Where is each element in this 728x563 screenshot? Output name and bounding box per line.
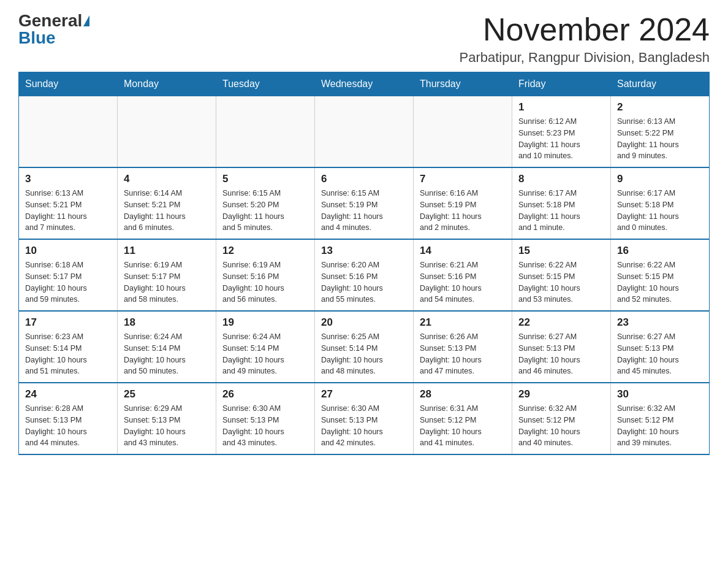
- day-info: Sunrise: 6:24 AM Sunset: 5:14 PM Dayligh…: [222, 331, 308, 377]
- day-number: 9: [617, 173, 703, 185]
- logo-triangle-icon: [83, 15, 89, 26]
- day-number: 14: [420, 245, 506, 257]
- day-cell: 17Sunrise: 6:23 AM Sunset: 5:14 PM Dayli…: [19, 311, 118, 383]
- day-number: 26: [222, 388, 308, 400]
- day-number: 20: [321, 316, 407, 329]
- day-cell: [216, 96, 315, 168]
- day-info: Sunrise: 6:27 AM Sunset: 5:13 PM Dayligh…: [617, 331, 703, 377]
- day-info: Sunrise: 6:26 AM Sunset: 5:13 PM Dayligh…: [420, 331, 506, 377]
- day-info: Sunrise: 6:17 AM Sunset: 5:18 PM Dayligh…: [617, 188, 703, 234]
- day-cell: 12Sunrise: 6:19 AM Sunset: 5:16 PM Dayli…: [216, 239, 315, 311]
- day-info: Sunrise: 6:22 AM Sunset: 5:15 PM Dayligh…: [617, 259, 703, 305]
- day-number: 18: [124, 316, 210, 329]
- day-cell: 28Sunrise: 6:31 AM Sunset: 5:12 PM Dayli…: [414, 383, 512, 454]
- week-row-3: 10Sunrise: 6:18 AM Sunset: 5:17 PM Dayli…: [19, 239, 710, 311]
- week-row-4: 17Sunrise: 6:23 AM Sunset: 5:14 PM Dayli…: [19, 311, 710, 383]
- day-cell: 11Sunrise: 6:19 AM Sunset: 5:17 PM Dayli…: [118, 239, 216, 311]
- weekday-header-monday: Monday: [118, 72, 216, 96]
- day-cell: 1Sunrise: 6:12 AM Sunset: 5:23 PM Daylig…: [512, 96, 611, 168]
- weekday-header-saturday: Saturday: [611, 72, 710, 96]
- day-cell: [118, 96, 216, 168]
- day-info: Sunrise: 6:32 AM Sunset: 5:12 PM Dayligh…: [617, 403, 703, 449]
- weekday-header-wednesday: Wednesday: [315, 72, 414, 96]
- day-cell: 26Sunrise: 6:30 AM Sunset: 5:13 PM Dayli…: [216, 383, 315, 454]
- day-info: Sunrise: 6:17 AM Sunset: 5:18 PM Dayligh…: [518, 188, 604, 234]
- day-number: 17: [25, 316, 111, 329]
- day-info: Sunrise: 6:27 AM Sunset: 5:13 PM Dayligh…: [518, 331, 604, 377]
- day-cell: 7Sunrise: 6:16 AM Sunset: 5:19 PM Daylig…: [414, 167, 512, 239]
- day-info: Sunrise: 6:32 AM Sunset: 5:12 PM Dayligh…: [518, 403, 604, 449]
- location-title: Parbatipur, Rangpur Division, Bangladesh: [460, 50, 710, 66]
- weekday-header-thursday: Thursday: [414, 72, 512, 96]
- day-info: Sunrise: 6:18 AM Sunset: 5:17 PM Dayligh…: [25, 259, 111, 305]
- day-number: 13: [321, 245, 407, 257]
- day-number: 28: [420, 388, 506, 400]
- day-number: 25: [124, 388, 210, 400]
- day-cell: 29Sunrise: 6:32 AM Sunset: 5:12 PM Dayli…: [512, 383, 611, 454]
- day-cell: 10Sunrise: 6:18 AM Sunset: 5:17 PM Dayli…: [19, 239, 118, 311]
- day-number: 22: [518, 316, 604, 329]
- day-info: Sunrise: 6:24 AM Sunset: 5:14 PM Dayligh…: [124, 331, 210, 377]
- day-info: Sunrise: 6:16 AM Sunset: 5:19 PM Dayligh…: [420, 188, 506, 234]
- day-info: Sunrise: 6:13 AM Sunset: 5:21 PM Dayligh…: [25, 188, 111, 234]
- day-cell: 24Sunrise: 6:28 AM Sunset: 5:13 PM Dayli…: [19, 383, 118, 454]
- day-number: 1: [518, 101, 604, 113]
- day-number: 24: [25, 388, 111, 400]
- day-number: 12: [222, 245, 308, 257]
- day-info: Sunrise: 6:15 AM Sunset: 5:19 PM Dayligh…: [321, 188, 407, 234]
- day-cell: 13Sunrise: 6:20 AM Sunset: 5:16 PM Dayli…: [315, 239, 414, 311]
- day-info: Sunrise: 6:19 AM Sunset: 5:17 PM Dayligh…: [124, 259, 210, 305]
- week-row-5: 24Sunrise: 6:28 AM Sunset: 5:13 PM Dayli…: [19, 383, 710, 454]
- weekday-header-sunday: Sunday: [19, 72, 118, 96]
- day-number: 19: [222, 316, 308, 329]
- day-info: Sunrise: 6:13 AM Sunset: 5:22 PM Dayligh…: [617, 116, 703, 162]
- day-number: 16: [617, 245, 703, 257]
- day-info: Sunrise: 6:14 AM Sunset: 5:21 PM Dayligh…: [124, 188, 210, 234]
- day-cell: 6Sunrise: 6:15 AM Sunset: 5:19 PM Daylig…: [315, 167, 414, 239]
- day-cell: 21Sunrise: 6:26 AM Sunset: 5:13 PM Dayli…: [414, 311, 512, 383]
- day-number: 11: [124, 245, 210, 257]
- day-cell: 16Sunrise: 6:22 AM Sunset: 5:15 PM Dayli…: [611, 239, 710, 311]
- day-cell: 20Sunrise: 6:25 AM Sunset: 5:14 PM Dayli…: [315, 311, 414, 383]
- day-info: Sunrise: 6:15 AM Sunset: 5:20 PM Dayligh…: [222, 188, 308, 234]
- day-number: 23: [617, 316, 703, 329]
- day-number: 5: [222, 173, 308, 185]
- title-block: November 2024 Parbatipur, Rangpur Divisi…: [460, 12, 710, 66]
- day-cell: 25Sunrise: 6:29 AM Sunset: 5:13 PM Dayli…: [118, 383, 216, 454]
- day-info: Sunrise: 6:29 AM Sunset: 5:13 PM Dayligh…: [124, 403, 210, 449]
- day-info: Sunrise: 6:19 AM Sunset: 5:16 PM Dayligh…: [222, 259, 308, 305]
- day-number: 29: [518, 388, 604, 400]
- day-cell: 18Sunrise: 6:24 AM Sunset: 5:14 PM Dayli…: [118, 311, 216, 383]
- day-info: Sunrise: 6:20 AM Sunset: 5:16 PM Dayligh…: [321, 259, 407, 305]
- day-cell: 4Sunrise: 6:14 AM Sunset: 5:21 PM Daylig…: [118, 167, 216, 239]
- day-number: 27: [321, 388, 407, 400]
- day-number: 3: [25, 173, 111, 185]
- day-cell: 2Sunrise: 6:13 AM Sunset: 5:22 PM Daylig…: [611, 96, 710, 168]
- day-cell: 19Sunrise: 6:24 AM Sunset: 5:14 PM Dayli…: [216, 311, 315, 383]
- weekday-header-tuesday: Tuesday: [216, 72, 315, 96]
- day-number: 6: [321, 173, 407, 185]
- week-row-1: 1Sunrise: 6:12 AM Sunset: 5:23 PM Daylig…: [19, 96, 710, 168]
- day-cell: 8Sunrise: 6:17 AM Sunset: 5:18 PM Daylig…: [512, 167, 611, 239]
- day-cell: 14Sunrise: 6:21 AM Sunset: 5:16 PM Dayli…: [414, 239, 512, 311]
- day-info: Sunrise: 6:30 AM Sunset: 5:13 PM Dayligh…: [321, 403, 407, 449]
- day-cell: 3Sunrise: 6:13 AM Sunset: 5:21 PM Daylig…: [19, 167, 118, 239]
- day-cell: 5Sunrise: 6:15 AM Sunset: 5:20 PM Daylig…: [216, 167, 315, 239]
- day-info: Sunrise: 6:22 AM Sunset: 5:15 PM Dayligh…: [518, 259, 604, 305]
- day-cell: 9Sunrise: 6:17 AM Sunset: 5:18 PM Daylig…: [611, 167, 710, 239]
- day-cell: 30Sunrise: 6:32 AM Sunset: 5:12 PM Dayli…: [611, 383, 710, 454]
- day-cell: 15Sunrise: 6:22 AM Sunset: 5:15 PM Dayli…: [512, 239, 611, 311]
- logo: General Blue: [18, 12, 89, 47]
- day-info: Sunrise: 6:30 AM Sunset: 5:13 PM Dayligh…: [222, 403, 308, 449]
- day-number: 2: [617, 101, 703, 113]
- day-cell: [315, 96, 414, 168]
- day-cell: [414, 96, 512, 168]
- logo-blue-text: Blue: [18, 29, 56, 47]
- day-cell: 22Sunrise: 6:27 AM Sunset: 5:13 PM Dayli…: [512, 311, 611, 383]
- weekday-header-friday: Friday: [512, 72, 611, 96]
- calendar-table: SundayMondayTuesdayWednesdayThursdayFrid…: [18, 72, 710, 455]
- day-info: Sunrise: 6:25 AM Sunset: 5:14 PM Dayligh…: [321, 331, 407, 377]
- day-info: Sunrise: 6:31 AM Sunset: 5:12 PM Dayligh…: [420, 403, 506, 449]
- day-cell: [19, 96, 118, 168]
- day-number: 7: [420, 173, 506, 185]
